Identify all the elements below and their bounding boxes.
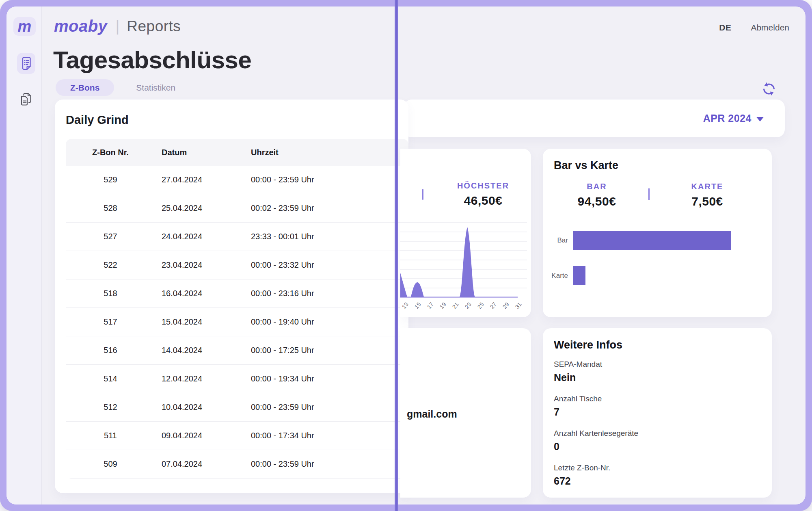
x-axis-tick-label: 17 [426, 301, 435, 310]
x-axis-labels: 13151719212325272931 [400, 299, 531, 315]
hoechster-value: 46,50€ [438, 194, 528, 208]
zbon-number-cell: 527 [66, 232, 155, 241]
info-item: Anzahl Tische7 [554, 394, 602, 418]
info-item-value: Nein [554, 372, 602, 383]
column-header-datum: Datum [155, 148, 244, 157]
table-row[interactable]: 51109.04.202400:00 - 17:34 Uhr [66, 422, 408, 450]
area-chart [400, 222, 531, 299]
uhrzeit-cell: 00:00 - 23:59 Uhr [244, 403, 408, 412]
x-axis-tick-label: 19 [438, 301, 447, 310]
x-axis-tick-label: 31 [514, 301, 523, 310]
tab-statistiken[interactable]: Statistiken [136, 83, 175, 93]
z-bons-table: Z-Bon Nr. Datum Uhrzeit 52927.04.202400:… [66, 139, 408, 479]
bar-rect [573, 231, 731, 250]
info-item-label: Letzte Z-Bon-Nr. [554, 463, 610, 472]
bar-row: Bar [543, 231, 772, 250]
logout-link[interactable]: Abmelden [751, 23, 789, 32]
datum-cell: 12.04.2024 [155, 374, 244, 383]
zbon-number-cell: 518 [66, 289, 155, 298]
datum-cell: 14.04.2024 [155, 346, 244, 355]
info-item-label: Anzahl Kartenlesegeräte [554, 429, 638, 438]
info-item: SEPA-MandatNein [554, 360, 602, 383]
zbon-number-cell: 509 [66, 459, 155, 469]
table-row[interactable]: 52825.04.202400:02 - 23:59 Uhr [66, 194, 408, 223]
bar-vs-karte-title: Bar vs Karte [554, 159, 618, 172]
table-row[interactable]: 51412.04.202400:00 - 19:34 Uhr [66, 365, 408, 393]
sidebar: m [6, 6, 42, 505]
sidebar-item-copies[interactable] [19, 92, 33, 108]
hoechster-label: HÖCHSTER [438, 181, 528, 191]
table-row[interactable]: 52223.04.202400:00 - 23:32 Uhr [66, 251, 408, 279]
x-axis-tick-label: 25 [476, 301, 485, 310]
uhrzeit-cell: 00:00 - 23:59 Uhr [244, 175, 408, 184]
zbon-number-cell: 512 [66, 403, 155, 412]
x-axis-tick-label: 13 [401, 301, 410, 310]
brand-separator: | [115, 17, 119, 35]
month-dropdown-label: APR 2024 [703, 113, 752, 124]
table-row[interactable]: 51210.04.202400:00 - 23:59 Uhr [66, 393, 408, 422]
table-body: 52927.04.202400:00 - 23:59 Uhr52825.04.2… [66, 166, 408, 479]
bar-stat: BAR 94,50€ [552, 182, 641, 208]
table-row[interactable]: 52724.04.202423:33 - 00:01 Uhr [66, 223, 408, 251]
uhrzeit-cell: 00:02 - 23:59 Uhr [244, 204, 408, 213]
report-document-icon [21, 56, 32, 70]
zbon-number-cell: 517 [66, 317, 155, 327]
info-item: Letzte Z-Bon-Nr.672 [554, 463, 610, 487]
tab-z-bons-label: Z-Bons [70, 83, 99, 93]
zbon-number-cell: 528 [66, 204, 155, 213]
bar-rect [573, 266, 585, 285]
uhrzeit-cell: 00:00 - 23:16 Uhr [244, 289, 408, 298]
month-dropdown[interactable]: APR 2024 [703, 113, 764, 124]
x-axis-tick-label: 27 [489, 301, 498, 310]
uhrzeit-cell: 00:00 - 23:32 Uhr [244, 260, 408, 270]
weitere-infos-card: Weitere Infos SEPA-MandatNeinAnzahl Tisc… [543, 328, 772, 498]
page-title: Tagesabschlüsse [53, 47, 251, 73]
karte-stat-value: 7,50€ [663, 195, 752, 208]
z-bons-card: Daily Grind Z-Bon Nr. Datum Uhrzeit 5292… [55, 100, 408, 493]
session-controls: DE Abmelden [719, 23, 789, 32]
brand-logo[interactable]: m [13, 17, 36, 36]
tab-bar: Z-Bons Statistiken [56, 79, 175, 96]
comparison-slider-handle[interactable] [395, 0, 398, 511]
zbon-number-cell: 529 [66, 175, 155, 184]
datum-cell: 10.04.2024 [155, 403, 244, 412]
table-row[interactable]: 51816.04.202400:00 - 23:16 Uhr [66, 279, 408, 308]
uhrzeit-cell: 00:00 - 23:59 Uhr [244, 459, 408, 469]
uhrzeit-cell: 00:00 - 17:34 Uhr [244, 431, 408, 440]
brand-wordmark: moaby [54, 17, 107, 35]
x-axis-tick-label: 15 [413, 301, 422, 310]
table-row[interactable]: 51614.04.202400:00 - 17:25 Uhr [66, 336, 408, 365]
table-row[interactable]: 51715.04.202400:00 - 19:40 Uhr [66, 308, 408, 336]
tab-z-bons[interactable]: Z-Bons [56, 79, 114, 96]
pages-copy-icon [20, 92, 32, 108]
x-axis-tick-label: 21 [451, 301, 460, 310]
datum-cell: 07.04.2024 [155, 459, 244, 469]
language-switch[interactable]: DE [719, 23, 731, 32]
table-row[interactable]: 52927.04.202400:00 - 23:59 Uhr [66, 166, 408, 194]
zbon-number-cell: 514 [66, 374, 155, 383]
area-series [400, 227, 518, 297]
table-row[interactable]: 50907.04.202400:00 - 23:59 Uhr [66, 450, 408, 479]
merchant-name: Daily Grind [66, 113, 129, 127]
uhrzeit-cell: 23:33 - 00:01 Uhr [244, 232, 408, 241]
chevron-down-icon [756, 117, 764, 121]
contact-card: gmail.com [400, 328, 531, 498]
zbon-number-cell: 522 [66, 260, 155, 270]
datum-cell: 24.04.2024 [155, 232, 244, 241]
email-text: gmail.com [407, 408, 457, 420]
hoechster-stat: HÖCHSTER 46,50€ [438, 181, 528, 208]
sidebar-item-reports[interactable] [17, 53, 35, 74]
bar-stat-value: 94,50€ [552, 195, 641, 208]
datum-cell: 25.04.2024 [155, 204, 244, 213]
bar-row: Karte [543, 266, 772, 285]
refresh-icon[interactable] [761, 81, 777, 97]
info-item-label: Anzahl Tische [554, 394, 602, 403]
uhrzeit-cell: 00:00 - 17:25 Uhr [244, 346, 408, 355]
column-header-uhrzeit: Uhrzeit [244, 148, 408, 157]
info-item: Anzahl Kartenlesegeräte0 [554, 429, 638, 453]
zbon-number-cell: 516 [66, 346, 155, 355]
datum-cell: 23.04.2024 [155, 260, 244, 270]
table-header-row: Z-Bon Nr. Datum Uhrzeit [66, 139, 408, 166]
stat-separator [648, 188, 650, 200]
x-axis-tick-label: 29 [501, 301, 510, 310]
